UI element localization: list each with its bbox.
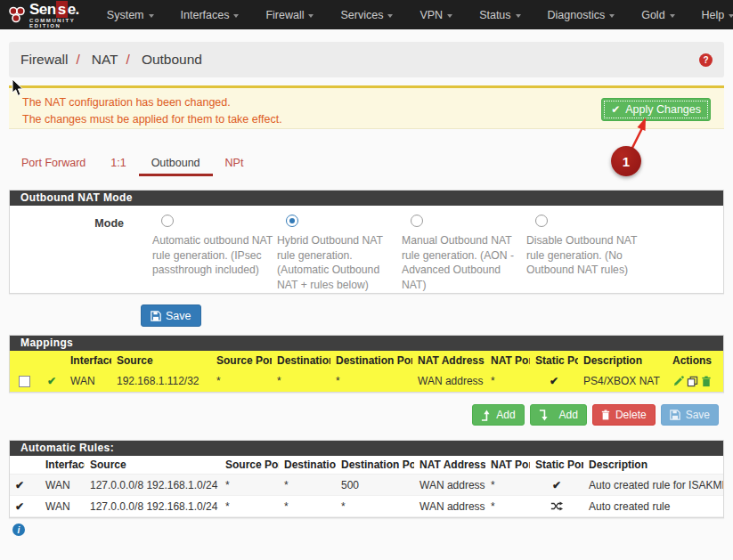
chevron-down-icon (447, 14, 452, 18)
add-rule-top-button[interactable]: Add (472, 404, 524, 426)
nav-item-services[interactable]: Services (327, 0, 406, 29)
nav-item-interfaces[interactable]: Interfaces (167, 0, 253, 29)
nat-tabs: Port Forward 1:1 Outbound NPt (9, 150, 256, 176)
chevron-down-icon (308, 14, 314, 18)
radio-manual[interactable] (411, 215, 423, 227)
panel-title: Outbound NAT Mode (10, 191, 723, 206)
chevron-down-icon (516, 14, 521, 18)
trash-icon[interactable] (701, 376, 712, 387)
tab-outbound[interactable]: Outbound (139, 150, 213, 176)
row-checkbox[interactable] (19, 376, 30, 387)
brand-subtitle: COMMUNITY EDITION (29, 18, 79, 28)
save-button[interactable]: Save (141, 304, 201, 327)
nat-change-notice: The NAT configuration has been changed. … (9, 85, 724, 129)
breadcrumb: Firewall / NAT / Outbound ? (9, 42, 724, 77)
save-mappings-button-disabled[interactable]: Save (661, 404, 719, 426)
mode-option-hybrid: Hybrid Outbound NAT rule generation. (Au… (277, 213, 400, 292)
option-description: Hybrid Outbound NAT rule generation. (Au… (277, 233, 400, 292)
floppy-icon (151, 311, 161, 321)
mode-option-disable: Disable Outbound NAT rule generation. (N… (526, 213, 649, 292)
info-icon[interactable]: i (12, 523, 25, 536)
apply-changes-button[interactable]: ✔ Apply Changes (601, 98, 711, 121)
option-description: Manual Outbound NAT rule generation. (AO… (402, 233, 525, 292)
panel-title: Automatic Rules: (10, 441, 723, 456)
rule-enabled-icon: ✔ (10, 496, 40, 516)
chevron-down-icon (609, 14, 615, 18)
help-icon[interactable]: ? (699, 53, 713, 67)
tab-npt[interactable]: NPt (213, 150, 257, 176)
pfsense-flower-icon (7, 5, 27, 25)
tab-port-forward[interactable]: Port Forward (9, 150, 98, 176)
nav-item-help[interactable]: Help (688, 0, 733, 29)
static-port-check-icon: ✔ (530, 370, 578, 392)
breadcrumb-firewall[interactable]: Firewall (20, 52, 68, 68)
floppy-icon (670, 410, 680, 420)
step-badge: 1 (611, 146, 641, 176)
nav-item-gold[interactable]: Gold (628, 0, 688, 29)
option-description: Disable Outbound NAT rule generation. (N… (526, 233, 649, 278)
mode-option-manual: Manual Outbound NAT rule generation. (AO… (402, 213, 525, 292)
nav-item-firewall[interactable]: Firewall (252, 0, 327, 29)
top-navbar: Sense. COMMUNITY EDITION System Interfac… (0, 0, 733, 29)
chevron-down-icon (233, 14, 239, 18)
row-actions (667, 370, 723, 392)
mappings-toolbar: Add Add Delete Save (472, 404, 719, 426)
chevron-down-icon (729, 14, 733, 18)
automatic-rule-row: ✔ WAN 127.0.0.0/8 192.168.1.0/24 * * * W… (10, 496, 723, 517)
static-port-check-icon: ✔ (530, 475, 583, 495)
option-description: Automatic outbound NAT rule generation. … (152, 233, 275, 278)
arrow-turn-up-icon (481, 410, 491, 421)
automatic-rules-panel: Automatic Rules: Interface Source Source… (9, 440, 724, 518)
mappings-panel: Mappings Interface Source Source Port De… (9, 335, 724, 393)
check-icon: ✔ (611, 104, 620, 115)
arrow-turn-down-icon (539, 410, 549, 421)
mappings-header-row: Interface Source Source Port Destination… (10, 351, 723, 370)
breadcrumb-separator: / (76, 52, 79, 68)
mapping-rule-row: ✔ WAN 192.168.1.112/32 * * * WAN address… (10, 370, 723, 392)
chevron-down-icon (387, 14, 393, 18)
page-title: Outbound (142, 52, 202, 68)
nav-item-diagnostics[interactable]: Diagnostics (534, 0, 629, 29)
copy-icon[interactable] (687, 376, 698, 387)
nav-item-vpn[interactable]: VPN (406, 0, 466, 29)
nav-item-status[interactable]: Status (466, 0, 533, 29)
nav-item-system[interactable]: System (94, 0, 167, 29)
chevron-down-icon (149, 14, 154, 18)
panel-title: Mappings (10, 336, 723, 351)
edit-pencil-icon[interactable] (672, 376, 684, 387)
outbound-nat-mode-panel: Outbound NAT Mode Mode Automatic outboun… (9, 190, 724, 294)
rule-enabled-icon[interactable]: ✔ (42, 370, 65, 392)
trash-icon (601, 410, 610, 420)
tab-1-1[interactable]: 1:1 (98, 150, 138, 176)
chevron-down-icon (670, 14, 675, 18)
pfsense-logo[interactable]: Sense. COMMUNITY EDITION (7, 2, 79, 28)
rule-enabled-icon: ✔ (10, 475, 40, 495)
breadcrumb-nat[interactable]: NAT (92, 52, 118, 68)
notice-text: The NAT configuration has been changed. … (22, 94, 282, 128)
radio-automatic[interactable] (161, 215, 174, 227)
add-rule-bottom-button[interactable]: Add (530, 404, 587, 426)
radio-hybrid[interactable] (286, 215, 298, 227)
delete-button[interactable]: Delete (592, 404, 656, 426)
mode-option-automatic: Automatic outbound NAT rule generation. … (152, 213, 275, 292)
brand-name: Sense. (29, 1, 79, 18)
breadcrumb-separator: / (126, 52, 130, 68)
randomized-port-shuffle-icon (530, 496, 583, 516)
automatic-rules-header-row: Interface Source Source Port Destination… (10, 456, 723, 475)
radio-disable[interactable] (535, 215, 548, 227)
automatic-rule-row: ✔ WAN 127.0.0.0/8 192.168.1.0/24 * * 500… (10, 475, 723, 496)
mode-label: Mode (10, 217, 124, 230)
